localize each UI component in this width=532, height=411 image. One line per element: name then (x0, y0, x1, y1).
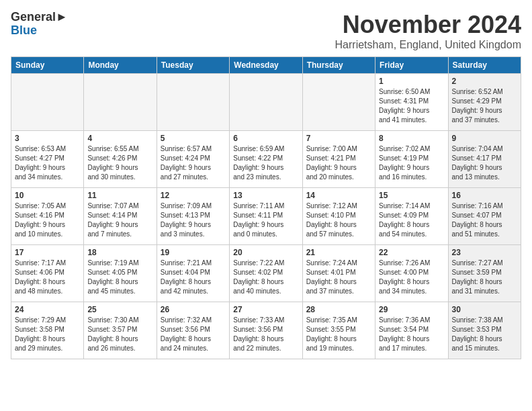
calendar-cell: 12Sunrise: 7:09 AM Sunset: 4:13 PM Dayli… (157, 188, 229, 245)
day-number: 27 (233, 305, 298, 314)
day-number: 22 (379, 248, 444, 257)
day-info: Sunrise: 7:32 AM Sunset: 3:56 PM Dayligh… (161, 316, 226, 353)
week-row-5: 24Sunrise: 7:29 AM Sunset: 3:58 PM Dayli… (11, 302, 521, 359)
day-info: Sunrise: 7:38 AM Sunset: 3:53 PM Dayligh… (452, 316, 517, 353)
day-number: 12 (161, 191, 226, 200)
day-info: Sunrise: 7:07 AM Sunset: 4:14 PM Dayligh… (87, 201, 152, 239)
col-header-saturday: Saturday (448, 57, 521, 74)
day-info: Sunrise: 7:36 AM Sunset: 3:54 PM Dayligh… (379, 316, 444, 353)
calendar-cell: 25Sunrise: 7:30 AM Sunset: 3:57 PM Dayli… (84, 302, 157, 359)
calendar-cell: 1Sunrise: 6:50 AM Sunset: 4:31 PM Daylig… (375, 74, 448, 131)
day-number: 13 (233, 191, 298, 200)
day-info: Sunrise: 7:26 AM Sunset: 4:00 PM Dayligh… (379, 259, 444, 296)
calendar-cell: 6Sunrise: 6:59 AM Sunset: 4:22 PM Daylig… (230, 131, 302, 188)
day-number: 7 (306, 134, 371, 143)
calendar-cell: 23Sunrise: 7:27 AM Sunset: 3:59 PM Dayli… (448, 245, 521, 302)
col-header-tuesday: Tuesday (157, 57, 229, 74)
day-info: Sunrise: 7:12 AM Sunset: 4:10 PM Dayligh… (306, 201, 371, 239)
location: Harrietsham, England, United Kingdom (335, 39, 521, 51)
day-number: 5 (161, 134, 226, 143)
calendar-cell: 8Sunrise: 7:02 AM Sunset: 4:19 PM Daylig… (375, 131, 448, 188)
calendar-cell: 2Sunrise: 6:52 AM Sunset: 4:29 PM Daylig… (448, 74, 521, 131)
day-info: Sunrise: 6:53 AM Sunset: 4:27 PM Dayligh… (15, 144, 80, 182)
calendar-cell: 16Sunrise: 7:16 AM Sunset: 4:07 PM Dayli… (448, 188, 521, 245)
calendar-cell (302, 74, 375, 131)
calendar-cell: 29Sunrise: 7:36 AM Sunset: 3:54 PM Dayli… (375, 302, 448, 359)
calendar-cell: 30Sunrise: 7:38 AM Sunset: 3:53 PM Dayli… (448, 302, 521, 359)
week-row-3: 10Sunrise: 7:05 AM Sunset: 4:16 PM Dayli… (11, 188, 521, 245)
day-number: 19 (161, 248, 226, 257)
calendar-cell (230, 74, 302, 131)
calendar-cell: 19Sunrise: 7:21 AM Sunset: 4:04 PM Dayli… (157, 245, 229, 302)
calendar-cell (84, 74, 157, 131)
day-number: 1 (379, 77, 444, 86)
month-title: November 2024 (335, 11, 521, 39)
day-number: 21 (306, 248, 371, 257)
calendar-cell: 15Sunrise: 7:14 AM Sunset: 4:09 PM Dayli… (375, 188, 448, 245)
calendar-body: 1Sunrise: 6:50 AM Sunset: 4:31 PM Daylig… (11, 74, 521, 359)
day-info: Sunrise: 7:27 AM Sunset: 3:59 PM Dayligh… (452, 259, 517, 296)
day-info: Sunrise: 6:50 AM Sunset: 4:31 PM Dayligh… (379, 87, 444, 125)
day-info: Sunrise: 7:19 AM Sunset: 4:05 PM Dayligh… (87, 259, 152, 296)
day-info: Sunrise: 7:24 AM Sunset: 4:01 PM Dayligh… (306, 259, 371, 296)
day-number: 30 (452, 305, 517, 314)
calendar-table: SundayMondayTuesdayWednesdayThursdayFrid… (11, 56, 521, 359)
day-info: Sunrise: 6:57 AM Sunset: 4:24 PM Dayligh… (161, 144, 226, 182)
calendar-cell: 24Sunrise: 7:29 AM Sunset: 3:58 PM Dayli… (11, 302, 84, 359)
day-info: Sunrise: 7:00 AM Sunset: 4:21 PM Dayligh… (306, 144, 371, 182)
week-row-2: 3Sunrise: 6:53 AM Sunset: 4:27 PM Daylig… (11, 131, 521, 188)
calendar-cell: 22Sunrise: 7:26 AM Sunset: 4:00 PM Dayli… (375, 245, 448, 302)
calendar-cell: 21Sunrise: 7:24 AM Sunset: 4:01 PM Dayli… (302, 245, 375, 302)
day-info: Sunrise: 7:30 AM Sunset: 3:57 PM Dayligh… (87, 316, 152, 353)
logo: General► Blue (11, 11, 68, 38)
day-info: Sunrise: 7:16 AM Sunset: 4:07 PM Dayligh… (452, 201, 517, 239)
calendar-cell: 4Sunrise: 6:55 AM Sunset: 4:26 PM Daylig… (84, 131, 157, 188)
col-header-wednesday: Wednesday (230, 57, 302, 74)
day-number: 9 (452, 134, 517, 143)
calendar-cell: 26Sunrise: 7:32 AM Sunset: 3:56 PM Dayli… (157, 302, 229, 359)
day-info: Sunrise: 7:04 AM Sunset: 4:17 PM Dayligh… (452, 144, 517, 182)
day-info: Sunrise: 7:14 AM Sunset: 4:09 PM Dayligh… (379, 201, 444, 239)
calendar-cell: 17Sunrise: 7:17 AM Sunset: 4:06 PM Dayli… (11, 245, 84, 302)
day-info: Sunrise: 7:33 AM Sunset: 3:56 PM Dayligh… (233, 316, 298, 353)
calendar-cell: 5Sunrise: 6:57 AM Sunset: 4:24 PM Daylig… (157, 131, 229, 188)
col-header-monday: Monday (84, 57, 157, 74)
day-number: 29 (379, 305, 444, 314)
day-number: 2 (452, 77, 517, 86)
day-info: Sunrise: 7:05 AM Sunset: 4:16 PM Dayligh… (15, 201, 80, 239)
day-number: 14 (306, 191, 371, 200)
calendar-header-row: SundayMondayTuesdayWednesdayThursdayFrid… (11, 57, 521, 74)
day-number: 8 (379, 134, 444, 143)
day-number: 28 (306, 305, 371, 314)
calendar-cell: 20Sunrise: 7:22 AM Sunset: 4:02 PM Dayli… (230, 245, 302, 302)
calendar-cell: 3Sunrise: 6:53 AM Sunset: 4:27 PM Daylig… (11, 131, 84, 188)
calendar-cell (157, 74, 229, 131)
calendar-cell: 14Sunrise: 7:12 AM Sunset: 4:10 PM Dayli… (302, 188, 375, 245)
day-info: Sunrise: 7:29 AM Sunset: 3:58 PM Dayligh… (15, 316, 80, 353)
day-info: Sunrise: 7:11 AM Sunset: 4:11 PM Dayligh… (233, 201, 298, 239)
day-number: 16 (452, 191, 517, 200)
calendar-cell: 28Sunrise: 7:35 AM Sunset: 3:55 PM Dayli… (302, 302, 375, 359)
calendar-cell: 27Sunrise: 7:33 AM Sunset: 3:56 PM Dayli… (230, 302, 302, 359)
day-info: Sunrise: 6:52 AM Sunset: 4:29 PM Dayligh… (452, 87, 517, 125)
day-info: Sunrise: 6:59 AM Sunset: 4:22 PM Dayligh… (233, 144, 298, 182)
day-number: 15 (379, 191, 444, 200)
calendar-cell: 18Sunrise: 7:19 AM Sunset: 4:05 PM Dayli… (84, 245, 157, 302)
col-header-sunday: Sunday (11, 57, 84, 74)
day-info: Sunrise: 7:02 AM Sunset: 4:19 PM Dayligh… (379, 144, 444, 182)
calendar-cell: 11Sunrise: 7:07 AM Sunset: 4:14 PM Dayli… (84, 188, 157, 245)
calendar-cell: 9Sunrise: 7:04 AM Sunset: 4:17 PM Daylig… (448, 131, 521, 188)
day-number: 26 (161, 305, 226, 314)
calendar-cell (11, 74, 84, 131)
calendar-cell: 13Sunrise: 7:11 AM Sunset: 4:11 PM Dayli… (230, 188, 302, 245)
col-header-friday: Friday (375, 57, 448, 74)
page-header: General► Blue November 2024 Harrietsham,… (11, 11, 521, 51)
day-number: 20 (233, 248, 298, 257)
day-number: 3 (15, 134, 80, 143)
week-row-4: 17Sunrise: 7:17 AM Sunset: 4:06 PM Dayli… (11, 245, 521, 302)
calendar-cell: 7Sunrise: 7:00 AM Sunset: 4:21 PM Daylig… (302, 131, 375, 188)
day-number: 24 (15, 305, 80, 314)
day-info: Sunrise: 7:35 AM Sunset: 3:55 PM Dayligh… (306, 316, 371, 353)
day-info: Sunrise: 7:22 AM Sunset: 4:02 PM Dayligh… (233, 259, 298, 296)
day-number: 6 (233, 134, 298, 143)
